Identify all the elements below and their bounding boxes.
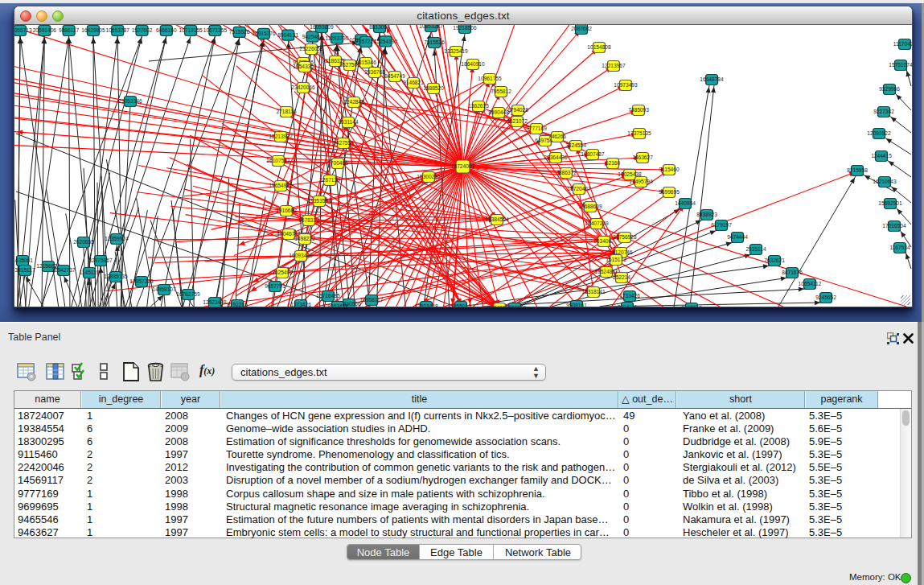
svg-text:1167534: 1167534 [889, 245, 910, 250]
svg-text:9815346: 9815346 [355, 60, 376, 65]
svg-text:18724007: 18724007 [451, 163, 475, 169]
svg-text:1244415: 1244415 [871, 153, 892, 159]
svg-text:7515526: 7515526 [424, 39, 445, 45]
svg-text:16053809: 16053809 [310, 25, 334, 30]
svg-text:3915117: 3915117 [14, 267, 35, 273]
svg-text:6179197: 6179197 [711, 222, 732, 228]
svg-text:1440954: 1440954 [675, 200, 696, 206]
svg-text:9146821: 9146821 [403, 80, 424, 85]
svg-text:12213967: 12213967 [602, 63, 626, 68]
svg-text:7357224: 7357224 [355, 39, 376, 44]
svg-text:8904131: 8904131 [277, 32, 298, 38]
svg-text:8031144: 8031144 [338, 119, 359, 125]
svg-text:2936768: 2936768 [364, 69, 385, 75]
svg-text:9657791: 9657791 [265, 283, 285, 289]
svg-text:10688609: 10688609 [578, 204, 602, 209]
svg-text:1615172: 1615172 [606, 257, 626, 262]
svg-text:12923448: 12923448 [203, 299, 227, 305]
svg-text:8663458: 8663458 [327, 303, 348, 307]
svg-text:32975867: 32975867 [88, 257, 113, 263]
svg-text:16210643: 16210643 [873, 179, 897, 184]
svg-text:15692901: 15692901 [878, 200, 902, 206]
svg-text:9886117: 9886117 [59, 27, 80, 33]
svg-text:10973493: 10973493 [614, 82, 638, 88]
svg-text:1498222: 1498222 [294, 236, 315, 241]
svg-text:1373426: 1373426 [290, 302, 311, 307]
svg-text:11283790: 11283790 [325, 35, 348, 41]
svg-text:10154808: 10154808 [587, 44, 611, 50]
svg-text:252214: 252214 [613, 274, 630, 280]
svg-text:8938923: 8938923 [696, 212, 717, 217]
svg-text:9634067: 9634067 [593, 238, 614, 244]
svg-text:8471676: 8471676 [782, 270, 803, 275]
svg-text:13524851: 13524851 [594, 269, 618, 274]
svg-text:2935114: 2935114 [745, 246, 766, 252]
svg-text:10653287: 10653287 [106, 27, 130, 33]
svg-text:15318141: 15318141 [581, 289, 606, 295]
svg-text:7886372: 7886372 [556, 170, 577, 175]
svg-text:12359924: 12359924 [105, 236, 129, 241]
svg-text:12923448: 12923448 [414, 303, 438, 307]
svg-text:9699695: 9699695 [659, 189, 680, 195]
svg-text:9192265: 9192265 [227, 302, 248, 307]
svg-text:19218506: 19218506 [453, 25, 477, 31]
svg-text:13325419: 13325419 [444, 48, 468, 54]
svg-text:10719155: 10719155 [179, 27, 203, 33]
svg-text:12213922: 12213922 [269, 134, 293, 139]
svg-text:9245652: 9245652 [815, 295, 836, 300]
svg-text:21053346: 21053346 [118, 98, 142, 104]
svg-text:8678312: 8678312 [298, 217, 319, 223]
svg-text:9427552: 9427552 [333, 140, 354, 146]
svg-text:9245012: 9245012 [681, 305, 702, 307]
svg-text:9508161: 9508161 [566, 303, 587, 307]
svg-text:9329966: 9329966 [879, 86, 900, 92]
svg-text:20756928: 20756928 [613, 234, 637, 240]
svg-text:14958107: 14958107 [152, 286, 176, 292]
svg-text:7632621: 7632621 [764, 257, 785, 263]
svg-text:9777169: 9777169 [526, 126, 547, 131]
svg-text:16915276: 16915276 [252, 31, 276, 36]
svg-text:1733426: 1733426 [619, 293, 640, 299]
svg-text:1621072: 1621072 [507, 118, 528, 124]
svg-text:15300295: 15300295 [417, 174, 441, 179]
svg-text:16782759: 16782759 [176, 291, 200, 297]
svg-text:1527602: 1527602 [132, 27, 153, 33]
svg-text:10961755: 10961755 [478, 76, 502, 81]
svg-text:8215958: 8215958 [847, 167, 868, 173]
svg-text:15716485: 15716485 [316, 293, 340, 299]
svg-text:1588520: 1588520 [423, 85, 444, 91]
svg-text:1145119: 1145119 [80, 270, 100, 275]
svg-text:23420046: 23420046 [291, 84, 315, 90]
svg-text:19384554: 19384554 [485, 216, 509, 222]
svg-text:10807487: 10807487 [581, 151, 605, 157]
svg-text:9474444: 9474444 [727, 234, 748, 240]
svg-text:15751074: 15751074 [889, 62, 912, 68]
svg-text:19353594: 19353594 [307, 198, 331, 204]
svg-text:2087682: 2087682 [571, 26, 592, 31]
svg-text:2242848: 2242848 [343, 99, 364, 105]
svg-text:7955812: 7955812 [491, 89, 511, 94]
svg-text:1700465: 1700465 [327, 160, 348, 166]
svg-text:17375135: 17375135 [627, 130, 651, 136]
svg-text:16107522: 16107522 [266, 158, 290, 163]
svg-text:6466160: 6466160 [156, 27, 177, 33]
svg-text:7955012: 7955012 [450, 303, 471, 307]
svg-text:18640910: 18640910 [461, 61, 485, 67]
svg-text:8454749: 8454749 [384, 73, 405, 79]
svg-text:14055713: 14055713 [14, 27, 32, 33]
svg-text:7515526: 7515526 [229, 29, 250, 35]
svg-text:19654925: 19654925 [269, 183, 293, 188]
svg-text:10853287: 10853287 [419, 25, 443, 29]
svg-text:17957223: 17957223 [129, 278, 154, 284]
svg-text:9425407: 9425407 [302, 34, 323, 39]
svg-text:9227342: 9227342 [873, 109, 894, 114]
svg-text:10671355: 10671355 [203, 27, 228, 33]
svg-text:1435061: 1435061 [14, 257, 33, 263]
svg-text:3824554: 3824554 [565, 142, 586, 148]
svg-text:13495794: 13495794 [629, 179, 653, 184]
svg-text:1916682: 1916682 [276, 208, 297, 213]
svg-text:16093449: 16093449 [289, 253, 313, 258]
svg-text:6794028: 6794028 [507, 107, 528, 113]
svg-text:10654112: 10654112 [799, 281, 822, 286]
svg-text:20691406: 20691406 [33, 27, 57, 33]
